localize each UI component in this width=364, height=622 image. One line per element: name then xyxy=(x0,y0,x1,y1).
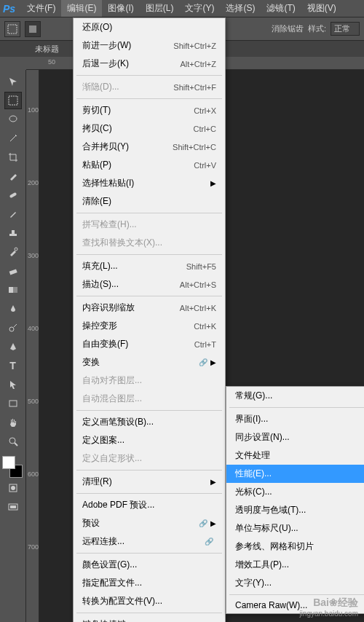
edit-menu-item[interactable]: 描边(S)...Alt+Ctrl+S xyxy=(74,275,225,294)
svg-point-12 xyxy=(9,438,15,444)
menu-separator xyxy=(76,613,222,613)
svg-rect-6 xyxy=(9,269,17,275)
pref-menu-item[interactable]: 性能(E)... xyxy=(226,465,364,483)
menu-type[interactable]: 文字(Y) xyxy=(179,0,220,17)
menu-separator xyxy=(76,213,222,213)
menu-image[interactable]: 图像(I) xyxy=(102,0,139,17)
marquee-tool[interactable] xyxy=(4,92,22,109)
screenmode-tool[interactable] xyxy=(4,498,22,516)
edit-menu-item[interactable]: 指定配置文件... xyxy=(74,574,225,592)
menu-item-label: 键盘快捷键... xyxy=(82,618,133,622)
edit-menu-item[interactable]: 颜色设置(G)... xyxy=(74,556,225,574)
edit-menu-item[interactable]: 后退一步(K)Alt+Ctrl+Z xyxy=(74,55,225,73)
edit-menu-item[interactable]: 还原(O) xyxy=(74,18,225,36)
pref-menu-item[interactable]: 增效工具(P)... xyxy=(226,556,364,574)
crop-tool[interactable] xyxy=(4,149,22,166)
dodge-tool[interactable] xyxy=(4,319,22,336)
edit-menu-item[interactable]: 转换为配置文件(V)... xyxy=(74,592,225,610)
edit-menu-item[interactable]: 剪切(T)Ctrl+X xyxy=(74,101,225,119)
menu-shortcut: Shift+Ctrl+C xyxy=(173,143,216,151)
edit-menu-item[interactable]: 清理(R)▶ xyxy=(74,473,225,491)
vertical-ruler: 100 200 300 400 500 600 700 xyxy=(26,70,39,622)
edit-menu-item[interactable]: 内容识别缩放Alt+Ctrl+K xyxy=(74,299,225,317)
svg-point-3 xyxy=(9,116,17,122)
eraser-icon xyxy=(8,266,18,276)
chain-icon: 🔗 xyxy=(199,358,207,366)
edit-menu-item[interactable]: 预设🔗▶ xyxy=(74,514,225,532)
pref-menu-item[interactable]: 光标(C)... xyxy=(226,483,364,501)
arrow-icon xyxy=(8,379,18,390)
color-swatches[interactable] xyxy=(2,456,24,478)
edit-menu-item[interactable]: 粘贴(P)Ctrl+V xyxy=(74,156,225,174)
edit-menu-item[interactable]: Adobe PDF 预设... xyxy=(74,496,225,514)
wand-tool[interactable] xyxy=(4,130,22,147)
menu-separator xyxy=(76,470,222,471)
quickmask-tool[interactable] xyxy=(4,479,22,497)
menu-shortcut: Ctrl+K xyxy=(194,322,216,331)
history-brush-tool[interactable] xyxy=(4,243,22,261)
menu-shortcut: Ctrl+T xyxy=(194,340,216,349)
edit-menu-item[interactable]: 变换🔗▶ xyxy=(74,353,225,371)
stamp-tool[interactable] xyxy=(4,224,22,242)
foreground-swatch[interactable] xyxy=(2,456,15,469)
pref-menu-item[interactable]: 单位与标尺(U)... xyxy=(226,519,364,538)
move-tool[interactable] xyxy=(4,73,22,90)
edit-menu-item[interactable]: 前进一步(W)Shift+Ctrl+Z xyxy=(74,36,225,55)
pref-menu-item[interactable]: 界面(I)... xyxy=(226,410,364,428)
path-select-tool[interactable] xyxy=(4,376,22,393)
square-icon xyxy=(28,25,37,34)
edit-menu-item: 自动对齐图层... xyxy=(74,371,225,390)
menu-item-label: 填充(L)... xyxy=(82,260,118,272)
eraser-tool[interactable] xyxy=(4,262,22,280)
zoom-tool[interactable] xyxy=(4,433,22,450)
edit-menu-item[interactable]: 合并拷贝(Y)Shift+Ctrl+C xyxy=(74,138,225,156)
menu-item-label: 操控变形 xyxy=(82,320,117,332)
edit-menu-item[interactable]: 填充(L)...Shift+F5 xyxy=(74,257,225,275)
style-select[interactable]: 正常 xyxy=(331,22,360,36)
menu-item-label: 粘贴(P) xyxy=(82,159,111,171)
edit-menu-item[interactable]: 远程连接...🔗 xyxy=(74,532,225,551)
pref-menu-item[interactable]: 文字(Y)... xyxy=(226,574,364,592)
pref-menu-item[interactable]: 文件处理 xyxy=(226,446,364,465)
heal-tool[interactable] xyxy=(4,186,22,204)
pref-menu-item[interactable]: 透明度与色域(T)... xyxy=(226,501,364,519)
edit-menu-item[interactable]: 拷贝(C)Ctrl+C xyxy=(74,119,225,138)
menu-edit[interactable]: 编辑(E) xyxy=(61,0,102,17)
screen-icon xyxy=(8,502,18,512)
edit-menu-item[interactable]: 自由变换(F)Ctrl+T xyxy=(74,335,225,353)
lasso-tool[interactable] xyxy=(4,111,22,128)
edit-menu-item[interactable]: 键盘快捷键... xyxy=(74,615,225,622)
edit-menu-item[interactable]: 清除(E) xyxy=(74,192,225,210)
pen-tool[interactable] xyxy=(4,338,22,355)
edit-menu-item[interactable]: 定义画笔预设(B)... xyxy=(74,413,225,431)
menu-view[interactable]: 视图(V) xyxy=(301,0,342,17)
blur-tool[interactable] xyxy=(4,300,22,318)
menu-item-label: 还原(O) xyxy=(82,21,112,34)
eyedropper-tool[interactable] xyxy=(4,168,22,185)
gradient-tool[interactable] xyxy=(4,281,22,299)
edit-menu-item[interactable]: 操控变形Ctrl+K xyxy=(74,317,225,335)
type-tool[interactable]: T xyxy=(4,357,22,374)
ruler-tick: 300 xyxy=(28,252,39,259)
marquee-mode-button[interactable] xyxy=(25,21,41,37)
svg-rect-8 xyxy=(9,287,13,293)
hand-tool[interactable] xyxy=(4,414,22,431)
menu-select[interactable]: 选择(S) xyxy=(220,0,261,17)
ruler-tick: 400 xyxy=(28,325,39,332)
svg-point-5 xyxy=(15,248,17,251)
hand-icon xyxy=(8,417,18,428)
edit-menu-item[interactable]: 定义图案... xyxy=(74,431,225,449)
pref-menu-item[interactable]: 常规(G)... xyxy=(226,387,364,405)
menu-filter[interactable]: 滤镜(T) xyxy=(261,0,301,17)
brush-tool[interactable] xyxy=(4,205,22,223)
edit-menu-item: 渐隐(D)...Shift+Ctrl+F xyxy=(74,78,225,96)
pref-menu-item[interactable]: 参考线、网格和切片 xyxy=(226,538,364,556)
menu-item-label: 后退一步(K) xyxy=(82,58,129,70)
tool-preset-button[interactable] xyxy=(4,21,20,37)
document-tab[interactable]: 未标题 xyxy=(29,42,65,56)
shape-tool[interactable] xyxy=(4,395,22,412)
menu-layer[interactable]: 图层(L) xyxy=(140,0,180,17)
edit-menu-item[interactable]: 选择性粘贴(I)▶ xyxy=(74,174,225,192)
pref-menu-item[interactable]: 同步设置(N)... xyxy=(226,428,364,446)
menu-file[interactable]: 文件(F) xyxy=(21,0,61,17)
